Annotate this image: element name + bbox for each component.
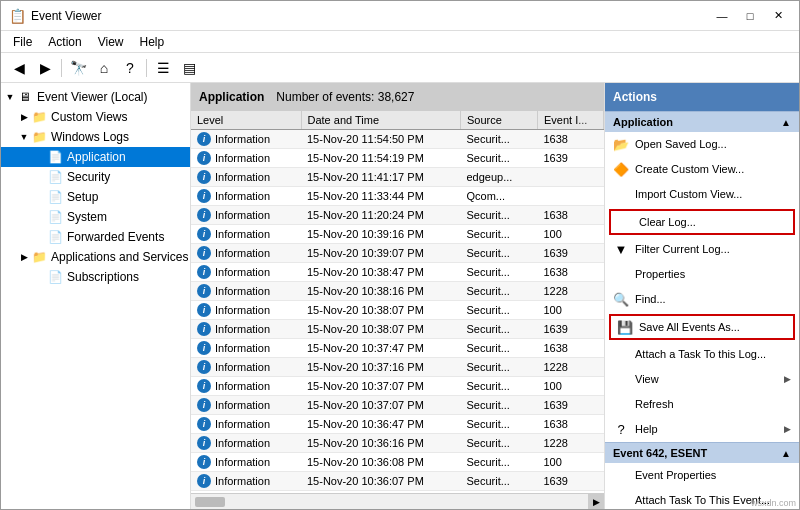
scrollbar-thumb[interactable]: [195, 497, 225, 507]
date-cell: 15-Nov-20 10:37:47 PM: [301, 339, 461, 358]
action-import-custom-view[interactable]: Import Custom View...: [605, 182, 799, 207]
action-create-custom-view[interactable]: 🔶 Create Custom View...: [605, 157, 799, 182]
tree-item-eventviwer-root[interactable]: ▼ 🖥 Event Viewer (Local): [1, 87, 190, 107]
col-header-level[interactable]: Level: [191, 111, 301, 130]
toolbar-home[interactable]: ⌂: [92, 57, 116, 79]
tree-item-system[interactable]: 📄 System: [1, 207, 190, 227]
eventid-cell: 1638: [538, 263, 604, 282]
table-row[interactable]: iInformation15-Nov-20 10:37:07 PMSecurit…: [191, 396, 604, 415]
actions-section-event[interactable]: Event 642, ESENT ▲: [605, 442, 799, 463]
tree-label-application: Application: [67, 150, 126, 164]
action-view[interactable]: View ▶: [605, 367, 799, 392]
table-row[interactable]: iInformation15-Nov-20 10:36:47 PMSecurit…: [191, 415, 604, 434]
toolbar-forward[interactable]: ▶: [33, 57, 57, 79]
table-row[interactable]: iInformation15-Nov-20 11:33:44 PMQcom...: [191, 187, 604, 206]
menu-help[interactable]: Help: [132, 33, 173, 51]
action-find[interactable]: 🔍 Find...: [605, 287, 799, 312]
info-icon: i: [197, 436, 211, 450]
folder-icon-custom: 📁: [31, 109, 47, 125]
table-row[interactable]: iInformation15-Nov-20 10:38:47 PMSecurit…: [191, 263, 604, 282]
toolbar-help[interactable]: ?: [118, 57, 142, 79]
horizontal-scrollbar[interactable]: ▶: [191, 493, 604, 509]
table-row[interactable]: iInformation15-Nov-20 10:38:07 PMSecurit…: [191, 320, 604, 339]
menu-view[interactable]: View: [90, 33, 132, 51]
table-row[interactable]: iInformation15-Nov-20 10:37:16 PMSecurit…: [191, 358, 604, 377]
action-save-all-events[interactable]: 💾 Save All Events As...: [609, 314, 795, 340]
table-row[interactable]: iInformation15-Nov-20 11:54:50 PMSecurit…: [191, 130, 604, 149]
tree-item-subscriptions[interactable]: 📄 Subscriptions: [1, 267, 190, 287]
col-header-eventid[interactable]: Event I...: [538, 111, 604, 130]
date-cell: 15-Nov-20 11:33:44 PM: [301, 187, 461, 206]
expand-icon-security: [33, 170, 47, 184]
actions-section-application[interactable]: Application ▲: [605, 111, 799, 132]
menu-action[interactable]: Action: [40, 33, 89, 51]
action-properties[interactable]: Properties: [605, 262, 799, 287]
tree-item-windows-logs[interactable]: ▼ 📁 Windows Logs: [1, 127, 190, 147]
action-open-saved-log[interactable]: 📂 Open Saved Log...: [605, 132, 799, 157]
log-header: Application Number of events: 38,627: [191, 83, 604, 111]
eventid-cell: 100: [538, 377, 604, 396]
source-cell: Securit...: [461, 320, 538, 339]
submenu-arrow-view: ▶: [784, 374, 791, 384]
action-label-refresh: Refresh: [635, 398, 674, 410]
section-title-event: Event 642, ESENT: [613, 447, 707, 459]
col-header-source[interactable]: Source: [461, 111, 538, 130]
table-row[interactable]: iInformation15-Nov-20 11:20:24 PMSecurit…: [191, 206, 604, 225]
table-row[interactable]: iInformation15-Nov-20 11:54:19 PMSecurit…: [191, 149, 604, 168]
toolbar-separator-1: [61, 59, 62, 77]
level-text: Information: [215, 209, 270, 221]
date-cell: 15-Nov-20 10:36:08 PM: [301, 453, 461, 472]
events-table-container[interactable]: Level Date and Time Source Event I... iI…: [191, 111, 604, 493]
action-refresh[interactable]: Refresh: [605, 392, 799, 417]
tree-item-setup[interactable]: 📄 Setup: [1, 187, 190, 207]
minimize-button[interactable]: —: [709, 6, 735, 26]
eventid-cell: 1228: [538, 358, 604, 377]
eventid-cell: [538, 187, 604, 206]
log-icon-application: 📄: [47, 149, 63, 165]
table-row[interactable]: iInformation15-Nov-20 10:37:47 PMSecurit…: [191, 339, 604, 358]
tree-label-system: System: [67, 210, 107, 224]
close-button[interactable]: ✕: [765, 6, 791, 26]
tree-item-security[interactable]: 📄 Security: [1, 167, 190, 187]
tree-item-custom-views[interactable]: ▶ 📁 Custom Views: [1, 107, 190, 127]
save-events-icon: 💾: [617, 319, 633, 335]
date-cell: 15-Nov-20 10:39:07 PM: [301, 244, 461, 263]
info-icon: i: [197, 398, 211, 412]
action-attach-task-event[interactable]: Attach Task To This Event...: [605, 488, 799, 509]
tree-panel: ▼ 🖥 Event Viewer (Local) ▶ 📁 Custom View…: [1, 83, 191, 509]
table-row[interactable]: iInformation15-Nov-20 10:39:16 PMSecurit…: [191, 225, 604, 244]
table-row[interactable]: iInformation15-Nov-20 10:39:07 PMSecurit…: [191, 244, 604, 263]
action-clear-log[interactable]: Clear Log...: [609, 209, 795, 235]
table-row[interactable]: iInformation15-Nov-20 10:38:07 PMSecurit…: [191, 301, 604, 320]
action-help[interactable]: ? Help ▶: [605, 417, 799, 442]
level-text: Information: [215, 190, 270, 202]
action-label-help: Help: [635, 423, 658, 435]
maximize-button[interactable]: □: [737, 6, 763, 26]
event-count: Number of events: 38,627: [276, 90, 414, 104]
toolbar-list[interactable]: ☰: [151, 57, 175, 79]
tree-item-app-services[interactable]: ▶ 📁 Applications and Services Logs: [1, 247, 190, 267]
toolbar-scope[interactable]: 🔭: [66, 57, 90, 79]
toolbar-toggle[interactable]: ▤: [177, 57, 201, 79]
info-icon: i: [197, 246, 211, 260]
scroll-right-btn[interactable]: ▶: [588, 494, 604, 510]
table-row[interactable]: iInformation15-Nov-20 10:36:16 PMSecurit…: [191, 434, 604, 453]
source-cell: Qcom...: [461, 187, 538, 206]
action-attach-task[interactable]: Attach a Task To this Log...: [605, 342, 799, 367]
table-row[interactable]: iInformation15-Nov-20 10:37:07 PMSecurit…: [191, 377, 604, 396]
toolbar-back[interactable]: ◀: [7, 57, 31, 79]
tree-item-application[interactable]: 📄 Application: [1, 147, 190, 167]
tree-item-forwarded-events[interactable]: 📄 Forwarded Events: [1, 227, 190, 247]
table-row[interactable]: iInformation15-Nov-20 10:36:07 PMSecurit…: [191, 472, 604, 491]
action-event-properties[interactable]: Event Properties: [605, 463, 799, 488]
table-row[interactable]: iInformation15-Nov-20 10:38:16 PMSecurit…: [191, 282, 604, 301]
clear-log-icon: [617, 214, 633, 230]
source-cell: Securit...: [461, 377, 538, 396]
table-row[interactable]: iInformation15-Nov-20 10:36:08 PMSecurit…: [191, 453, 604, 472]
action-filter-current-log[interactable]: ▼ Filter Current Log...: [605, 237, 799, 262]
level-text: Information: [215, 361, 270, 373]
source-cell: Securit...: [461, 415, 538, 434]
col-header-date[interactable]: Date and Time: [301, 111, 461, 130]
table-row[interactable]: iInformation15-Nov-20 11:41:17 PMedgeup.…: [191, 168, 604, 187]
menu-file[interactable]: File: [5, 33, 40, 51]
